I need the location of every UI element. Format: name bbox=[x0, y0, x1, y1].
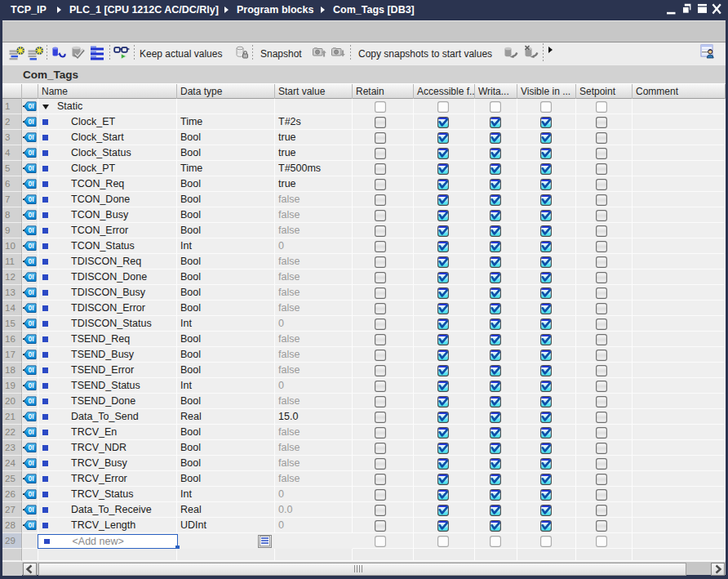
svg-text:0I: 0I bbox=[29, 242, 34, 250]
svg-text:0I: 0I bbox=[29, 273, 34, 281]
svg-text:0I: 0I bbox=[29, 381, 34, 390]
svg-text:0I: 0I bbox=[29, 366, 34, 374]
svg-text:0I: 0I bbox=[29, 319, 34, 327]
svg-text:0I: 0I bbox=[29, 335, 34, 343]
svg-text:0I: 0I bbox=[29, 412, 34, 421]
svg-text:0I: 0I bbox=[29, 164, 34, 172]
svg-text:0I: 0I bbox=[29, 195, 34, 203]
svg-text:0I: 0I bbox=[29, 490, 34, 498]
svg-text:0I: 0I bbox=[29, 304, 34, 312]
svg-text:0I: 0I bbox=[29, 226, 34, 234]
svg-text:0I: 0I bbox=[29, 133, 34, 141]
svg-text:0I: 0I bbox=[29, 397, 34, 405]
svg-text:0I: 0I bbox=[29, 521, 34, 529]
svg-text:0I: 0I bbox=[29, 102, 34, 110]
svg-text:0I: 0I bbox=[29, 443, 34, 452]
svg-text:0I: 0I bbox=[29, 180, 34, 188]
svg-text:0I: 0I bbox=[29, 428, 34, 436]
svg-text:0I: 0I bbox=[29, 149, 34, 157]
svg-text:0I: 0I bbox=[29, 211, 34, 219]
svg-text:0I: 0I bbox=[29, 506, 34, 514]
svg-text:0I: 0I bbox=[29, 350, 34, 359]
svg-text:0I: 0I bbox=[29, 257, 34, 265]
svg-text:0I: 0I bbox=[29, 474, 34, 483]
svg-text:0I: 0I bbox=[29, 118, 34, 126]
svg-text:0I: 0I bbox=[29, 459, 34, 467]
svg-text:0I: 0I bbox=[29, 288, 34, 296]
